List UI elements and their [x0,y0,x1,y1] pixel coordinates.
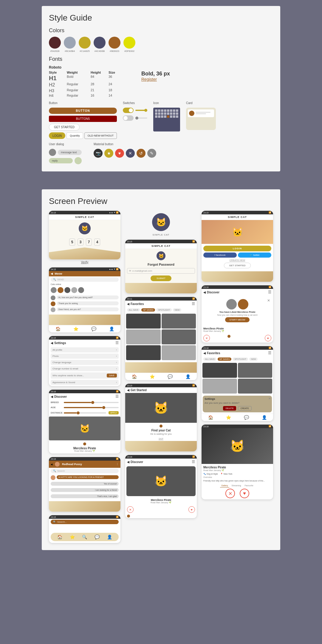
dp-like-button[interactable]: ♥ [265,335,271,341]
settings-field-language[interactable]: Change language › [51,360,119,365]
mat-btn-star[interactable]: ★ [104,149,113,158]
fav-item-2[interactable] [162,314,196,329]
settings-back-icon[interactable]: ◀ [51,341,53,345]
fav-right-tab-new[interactable]: NEW [249,357,258,361]
login-get-started-button[interactable]: GET STARTED [224,263,250,268]
button-white[interactable]: GET STARTED [49,124,80,131]
settings-delete-button[interactable]: DELETE [223,406,236,411]
filter-distance-bar[interactable] [64,412,106,414]
tab-chat-icon[interactable]: 💬 [91,326,96,331]
gs-skip-label[interactable]: SKIP [125,438,197,440]
nav-star[interactable]: ⭐ [70,535,75,539]
nav-search-bar[interactable]: 🔍 Search... [51,520,119,524]
mat-btn-heart[interactable]: ♥ [115,149,124,158]
tab-user-icon[interactable]: 👤 [109,326,114,331]
mat-btn-refresh[interactable]: ↺ [137,149,145,158]
login-facebook-button[interactable]: f facebook [203,253,237,258]
tab-home-icon[interactable]: 🏠 [55,326,61,331]
fav-right-item-2[interactable] [238,363,273,378]
dp-menu[interactable]: ☰ [268,290,271,294]
fav-item-6[interactable] [162,345,196,360]
login-twitter-button[interactable]: 🐦 twitter [238,253,271,258]
fav-item-1[interactable] [126,314,161,329]
tab-all-save[interactable]: ALL SAVE [127,308,140,312]
mp-tab-gallery[interactable]: Gallery [220,484,229,487]
tab-new[interactable]: NEW [173,308,181,312]
tab-spotlight[interactable]: SPOTLIGHT [156,308,172,312]
mp-reject-button[interactable]: ✕ [225,489,235,498]
login-create-button[interactable]: CREATE NEW [203,259,271,261]
settings-save-button[interactable]: SAVE [107,374,117,377]
filter-age-bar[interactable] [64,407,119,408]
gs-back[interactable]: ◀ [127,388,129,392]
button-old-new[interactable]: OLD-NEW-WITHOUT [84,132,117,139]
filter-distance-knob[interactable] [77,411,80,414]
settings-field-photo[interactable]: Photo › [51,354,119,359]
dp-start-button[interactable]: START MEOW [225,317,249,322]
fav-right-item-1[interactable] [202,363,237,378]
nav-home[interactable]: 🏠 [57,535,62,539]
fav-right-tab-all[interactable]: ALL SAVE [203,357,216,361]
filter-breed-knob[interactable] [91,401,94,404]
dd-menu[interactable]: ☰ [192,460,195,464]
forgot-email-input[interactable]: ✉ e-mail@gmail.com [127,268,195,274]
filter-breed-bar[interactable] [64,402,119,403]
filter-apply-button[interactable]: APPLY [109,411,119,414]
discover-filter-back[interactable]: ◀ [51,395,53,398]
otp-box-2[interactable]: 3 [78,239,83,246]
dp-back[interactable]: ◀ [203,291,206,294]
otp-box-4[interactable]: 4 [94,239,100,246]
dp-reject-button[interactable]: ✕ [203,335,210,341]
dd-back[interactable]: ◀ [127,460,129,464]
mat-btn-close[interactable]: ✕ [126,149,135,158]
settings-overlay-close-button[interactable]: ✕ [268,397,271,400]
button-primary[interactable]: BUTTON [49,108,117,114]
fav-left-menu[interactable]: ☰ [192,302,195,306]
settings-create-button[interactable]: CREATE [238,406,252,411]
chat-search-bar[interactable]: 🔍 SEND [51,277,119,282]
settings-field-who[interactable]: Who anytime wants to show... SAVE [51,372,119,379]
settings-field-number[interactable]: Change number & email › [51,366,119,371]
nav-discover[interactable]: 🔍 [82,535,87,539]
fav-tab-home[interactable]: 🏠 [132,374,137,379]
otp-box-3[interactable]: 7 [86,239,92,246]
dp-close-button[interactable]: ✕ [267,298,270,303]
fav-right-tab-spotlight[interactable]: SPOTLIGHT [233,357,248,361]
settings-menu-icon[interactable]: ☰ [115,341,119,345]
fav-item-4[interactable] [162,329,196,344]
button-outline[interactable]: BUTTON5 [49,116,117,122]
login-button[interactable]: LOGIN [203,246,271,251]
button-yellow[interactable]: LOGIN [49,132,65,139]
button-quantity[interactable]: Quantity [66,132,83,139]
fav-right-back[interactable]: ◀ [203,352,206,355]
fav-item-5[interactable] [126,345,161,360]
settings-field-profile[interactable]: All profile › [51,347,119,352]
preview-register-link[interactable]: Register [141,77,170,82]
fav-left-back[interactable]: ◀ [127,302,129,306]
fav-tab-chat[interactable]: 💬 [168,374,173,379]
dd-reject-button[interactable]: ✕ [127,506,134,513]
tab-star-icon[interactable]: ⭐ [73,326,78,331]
nav-chat[interactable]: 💬 [95,535,100,539]
dd-like-button[interactable]: ♥ [188,506,195,513]
fav-right-chat-icon[interactable]: 💬 [244,415,249,420]
nav-profile[interactable]: 👤 [107,535,112,539]
mp-tab-streaming[interactable]: Streaming [230,484,242,487]
switch-on[interactable] [123,108,134,113]
mat-btn-edit[interactable]: ✎ [147,149,156,158]
fav-right-item-3[interactable] [202,379,237,394]
fav-right-menu[interactable]: ☰ [268,351,271,355]
chat-back-icon[interactable]: ◀ [51,272,53,275]
redhead-search-bar[interactable]: 🔍 Search [51,469,119,473]
redhead-options-icon[interactable]: ⋮ [116,463,119,466]
mp-like-button[interactable]: ♥ [240,489,249,498]
forgot-submit-button[interactable]: SUBMIT [151,275,171,281]
fav-item-3[interactable] [126,329,161,344]
redhead-back-icon[interactable]: ◀ [51,463,52,466]
tab-nf-saves[interactable]: NF SAVES [141,308,155,312]
filter-age-knob[interactable] [102,406,105,409]
fav-right-user-icon[interactable]: 👤 [262,415,267,420]
fav-tab-star[interactable]: ⭐ [150,374,155,379]
otp-box-1[interactable]: 5 [69,239,75,246]
fav-right-star-icon[interactable]: ⭐ [226,415,231,420]
